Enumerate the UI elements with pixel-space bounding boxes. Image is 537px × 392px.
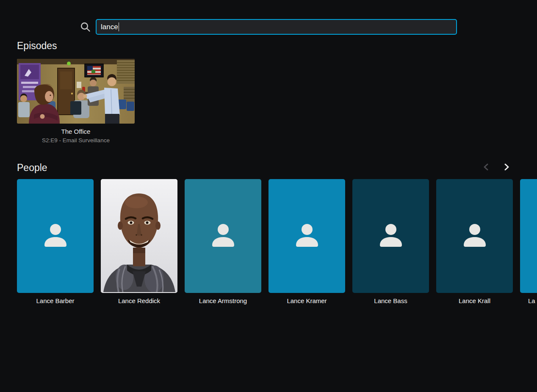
person-card[interactable]: Lance Armstrong	[185, 179, 261, 310]
episode-show-title: The Office	[17, 128, 135, 135]
person-card[interactable]: Lance Kramer	[268, 179, 345, 310]
person-name: Lance Kramer	[268, 297, 345, 304]
person-name: Lance Krall	[436, 297, 513, 304]
chevron-left-icon	[483, 163, 489, 172]
episodes-section: Episodes	[17, 40, 135, 144]
person-name: Lance Reddick	[101, 297, 177, 304]
scroll-next-button[interactable]	[501, 161, 513, 174]
person-name: Lance Barber	[17, 297, 94, 304]
person-photo	[101, 179, 177, 293]
people-header: People	[17, 161, 513, 174]
person-placeholder-icon	[212, 224, 234, 248]
person-card[interactable]: Lance Reddick	[101, 179, 177, 310]
search-input-text: lance	[101, 23, 118, 31]
person-name: Lance Bass	[352, 297, 429, 304]
person-card[interactable]: Lance Barber	[17, 179, 94, 310]
person-placeholder-icon	[296, 224, 318, 248]
person-placeholder-icon	[464, 224, 486, 248]
scroll-previous-button[interactable]	[479, 161, 492, 174]
episode-card[interactable]: The Office S2:E9 - Email Surveillance	[17, 59, 135, 144]
person-card[interactable]: Lance Bass	[352, 179, 429, 310]
chevron-right-icon	[504, 163, 510, 172]
search-input[interactable]: lance	[96, 19, 457, 35]
person-name: La	[520, 297, 537, 304]
person-placeholder-icon	[380, 224, 402, 248]
people-nav	[479, 161, 513, 174]
text-caret	[119, 22, 119, 31]
episode-subtitle: S2:E9 - Email Surveillance	[17, 137, 135, 144]
episodes-heading: Episodes	[17, 40, 135, 52]
person-card[interactable]: Lance Krall	[436, 179, 513, 310]
person-placeholder-icon	[44, 224, 66, 248]
person-name: Lance Armstrong	[185, 297, 261, 304]
people-heading: People	[17, 162, 47, 174]
search-icon	[80, 22, 91, 33]
people-scroller: Lance Barber	[17, 179, 537, 310]
person-card[interactable]: La	[520, 179, 537, 310]
episode-thumbnail-image	[17, 59, 135, 124]
